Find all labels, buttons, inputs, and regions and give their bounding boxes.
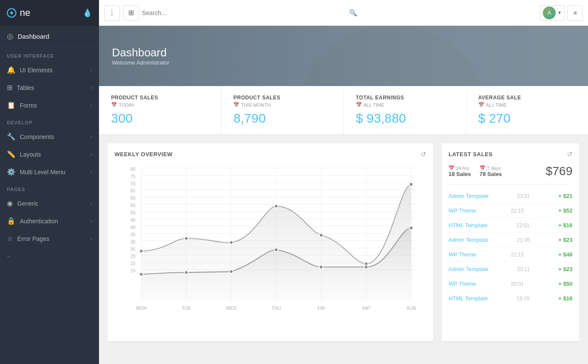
error-pages-icon: ☆ [7,234,13,243]
sale-time-1: 22:15 [477,208,559,214]
svg-text:SAT: SAT [362,305,371,311]
sale-time-4: 21:15 [477,252,559,258]
sale-time-2: 22:01 [488,222,558,228]
svg-point-48 [319,265,323,268]
sale-amount-5: + $23 [558,266,573,272]
stat-card-0: PRODUCT SALES 📅 TODAY 300 [99,86,221,134]
svg-text:25: 25 [130,247,136,252]
tables-label: Tables [17,84,34,91]
sale-amount-6: + $50 [558,281,573,287]
stat-value-3: $ 270 [478,111,576,126]
sale-time-6: 20:01 [477,281,559,287]
sales-total: $769 [546,164,573,178]
sale-name-0[interactable]: Admin Template [449,193,489,199]
sale-name-7[interactable]: HTML Template [449,295,488,302]
svg-point-45 [185,271,188,274]
stat-value-2: $ 93,880 [356,111,454,126]
list-item: Admin Template 20:11 + $23 [449,262,573,277]
sale-name-4[interactable]: WP Theme [449,251,477,258]
svg-text:TUE: TUE [182,305,191,311]
grid-button[interactable]: ⊞ [123,5,139,21]
sale-name-2[interactable]: HTML Template [449,222,488,228]
svg-text:30: 30 [130,239,136,244]
menu-dots-button[interactable]: ⋮ [104,5,120,21]
svg-text:65: 65 [130,188,136,193]
dashboard-icon: ◎ [7,32,13,41]
hamburger-button[interactable]: ≡ [567,5,583,21]
svg-text:50: 50 [130,210,136,215]
sidebar-collapse[interactable]: − [0,247,99,266]
sales-24hr: 📅 24 hrs 18 Sales [449,165,471,177]
sale-amount-4: + $48 [558,251,573,258]
weekly-panel: WEEKLY OVERVIEW ↺ 80 75 70 65 60 55 50 4… [108,143,433,341]
authentication-icon: 🔒 [7,217,15,225]
layouts-icon: ✏️ [7,150,15,158]
weekly-chart: 80 75 70 65 60 55 50 45 40 35 30 25 20 1… [115,164,426,328]
avatar-button[interactable]: A ▼ [540,5,565,21]
item-left: ◉ Generic [7,199,38,207]
error-pages-label: Error Pages [17,235,50,242]
multilevel-label: Multi Level Menu [20,169,65,176]
layouts-arrow-icon: ‹ [90,151,92,157]
svg-point-39 [229,241,233,244]
sidebar-item-generic[interactable]: ◉ Generic ‹ [0,194,99,212]
item-left: 🔧 Components [7,133,54,141]
logo-label: ne [20,7,30,19]
item-left: ⊞ Tables [7,83,34,92]
sale-name-1[interactable]: WP Theme [449,207,477,214]
sidebar-item-ui-elements[interactable]: 🔔 UI Elements ‹ [0,61,99,79]
avatar: A [543,6,556,19]
sidebar-item-forms[interactable]: 📋 Forms ‹ [0,96,99,114]
sidebar-item-tables[interactable]: ⊞ Tables ‹ [0,79,99,96]
sidebar-item-dashboard[interactable]: ◎ Dashboard [0,26,99,47]
svg-point-37 [139,249,143,253]
weekly-title: WEEKLY OVERVIEW [115,151,173,157]
components-label: Components [20,133,54,140]
sale-amount-7: + $16 [558,295,573,302]
item-left: ⚙️ Multi Level Menu [7,168,65,176]
stat-sub-0: 📅 TODAY [111,102,209,108]
item-left: 🔔 UI Elements [7,66,53,74]
components-arrow-icon: ‹ [90,134,92,140]
weekly-refresh-icon[interactable]: ↺ [421,150,426,158]
sidebar-item-multilevel[interactable]: ⚙️ Multi Level Menu ‹ [0,163,99,181]
item-left: 📋 Forms [7,101,37,109]
svg-text:60: 60 [130,195,136,201]
list-item: WP Theme 22:15 + $52 [449,204,573,218]
svg-text:40: 40 [130,225,136,230]
svg-point-38 [185,237,188,240]
sidebar-item-layouts[interactable]: ✏️ Layouts ‹ [0,145,99,163]
cal-icon-7: 📅 [480,165,486,171]
sidebar-section-label: USER INTERFACE [0,47,99,61]
sale-name-5[interactable]: Admin Template [449,266,489,272]
sale-amount-2: + $16 [558,222,573,228]
forms-label: Forms [20,102,37,109]
ui-elements-label: UI Elements [20,67,53,74]
sale-name-3[interactable]: Admin Template [449,237,489,243]
logo-circle-icon [7,8,16,18]
sidebar-logo[interactable]: ne 💧 [0,0,99,26]
sidebar-item-components[interactable]: 🔧 Components ‹ [0,128,99,145]
list-item: HTML Template 19:35 + $16 [449,291,573,305]
sales-7day: 📅 7 days 78 Sales [480,165,502,177]
sidebar-item-authentication[interactable]: 🔒 Authentication ‹ [0,212,99,230]
stat-value-1: 8,790 [233,111,331,126]
list-item: WP Theme 21:15 + $48 [449,247,573,262]
sale-name-6[interactable]: WP Theme [449,281,477,287]
sale-time-5: 20:11 [489,266,558,272]
stat-card-1: PRODUCT SALES 📅 THIS MONTH 8,790 [221,86,344,134]
svg-point-44 [139,272,143,276]
sales-panel-header: LATEST SALES ↺ [449,150,573,158]
cal-icon-24: 📅 [449,165,455,171]
item-left: 🔒 Authentication [7,217,58,225]
sidebar-item-error-pages[interactable]: ☆ Error Pages ‹ [0,230,99,247]
sidebar-section-label: PAGES [0,181,99,194]
generic-label: Generic [17,200,38,207]
sales-summary: 📅 24 hrs 18 Sales 📅 7 days 78 Sales [449,164,573,185]
svg-text:35: 35 [130,232,136,237]
search-input[interactable] [142,9,347,16]
stat-label-0: PRODUCT SALES [111,95,209,101]
error-pages-arrow-icon: ‹ [90,236,92,242]
sales-refresh-icon[interactable]: ↺ [567,150,573,158]
svg-text:MON: MON [136,305,147,311]
